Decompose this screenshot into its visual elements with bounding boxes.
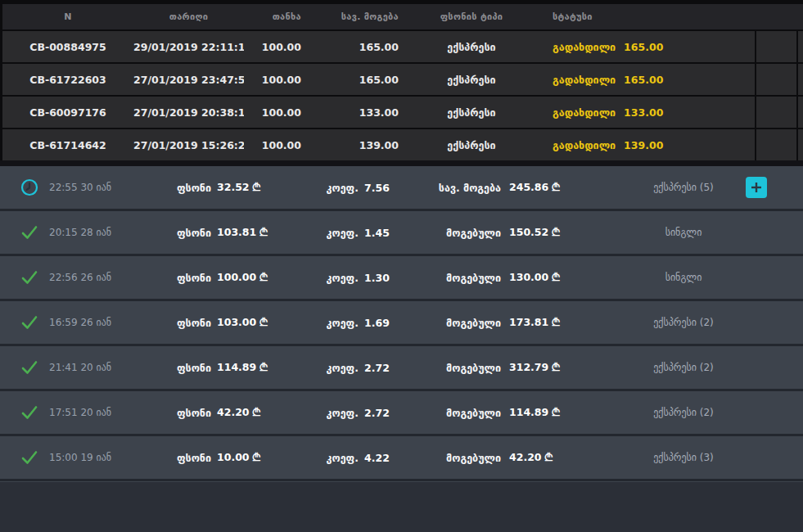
- bet-type-label: ექსპრესი (2): [618, 407, 749, 418]
- result-label: მოგებული: [385, 227, 501, 239]
- bet-date: 29/01/2019 22:11:11: [133, 41, 244, 53]
- stake-value: 100.00₾: [217, 271, 268, 284]
- stake-value: 114.89₾: [217, 361, 268, 374]
- lari-symbol: ₾: [259, 361, 268, 373]
- status-label: გადახდილი: [553, 41, 616, 53]
- bet-type: ექსპრესი: [410, 106, 533, 119]
- pending-clock-icon: [20, 178, 39, 197]
- bet-time: 20:15 28 იან: [49, 227, 111, 238]
- stake-amount: 10.00: [217, 451, 250, 463]
- bet-est-win: 165.00: [311, 41, 410, 53]
- lari-symbol: ₾: [552, 181, 560, 193]
- bet-time: 15:00 19 იან: [49, 452, 111, 463]
- result-value: 114.89₾: [509, 406, 560, 419]
- table-row[interactable]: CB-61722603 27/01/2019 23:47:50 100.00 1…: [2, 64, 803, 95]
- won-check-icon: [20, 358, 39, 377]
- stake-amount: 103.81: [217, 226, 256, 238]
- bet-list-item[interactable]: 15:00 19 იან ფსონი 10.00₾ კოეფ. 4.22 მოგ…: [0, 436, 803, 481]
- stake-value: 42.20₾: [217, 406, 260, 419]
- result-amount: 42.20: [509, 451, 542, 463]
- lari-symbol: ₾: [253, 451, 261, 463]
- stake-label: ფსონი: [123, 317, 211, 329]
- bet-list-item[interactable]: 16:59 26 იან ფსონი 103.00₾ კოეფ. 1.69 მო…: [0, 301, 803, 346]
- bet-list-item[interactable]: 21:41 20 იან ფსონი 114.89₾ კოეფ. 2.72 მო…: [0, 346, 803, 391]
- stake-amount: 103.00: [217, 316, 256, 328]
- bet-date: 27/01/2019 23:47:50: [133, 74, 244, 86]
- bet-list-item[interactable]: 22:56 26 იან ფსონი 100.00₾ კოეფ. 1.30 მო…: [0, 256, 803, 301]
- bet-id: CB-60097176: [2, 106, 133, 119]
- bet-time: 22:56 26 იან: [49, 272, 111, 283]
- table-row[interactable]: CB-60097176 27/01/2019 20:38:15 100.00 1…: [2, 97, 803, 128]
- bet-est-win: 139.00: [311, 139, 410, 151]
- won-check-icon: [20, 448, 39, 467]
- status-label: გადახდილი: [553, 106, 616, 119]
- bet-date: 27/01/2019 20:38:15: [133, 106, 244, 119]
- table-row[interactable]: CB-00884975 29/01/2019 22:11:11 100.00 1…: [2, 31, 803, 62]
- stake-label: ფსონი: [123, 362, 211, 374]
- column-header-bet-type: ფსონის ტიპი: [410, 11, 533, 22]
- status-label: გადახდილი: [553, 74, 616, 86]
- coefficient-label: კოეფ.: [286, 272, 359, 284]
- result-value: 150.52₾: [509, 226, 560, 239]
- row-extra-cell-2: [796, 129, 803, 160]
- won-check-icon: [20, 223, 39, 242]
- bet-type-label: ექსპრესი (2): [618, 317, 749, 328]
- lari-symbol: ₾: [259, 226, 268, 238]
- bet-amount: 100.00: [244, 74, 311, 86]
- section-divider: [0, 160, 803, 166]
- bet-id: CB-00884975: [2, 41, 133, 53]
- bet-type: ექსპრესი: [410, 139, 533, 151]
- table-row[interactable]: CB-61714642 27/01/2019 15:26:26 100.00 1…: [2, 129, 803, 160]
- stake-amount: 100.00: [217, 271, 256, 283]
- bet-date: 27/01/2019 15:26:26: [133, 139, 244, 151]
- coefficient-label: კოეფ.: [286, 362, 359, 374]
- stake-amount: 114.89: [217, 361, 256, 373]
- result-value: 245.86₾: [509, 181, 560, 194]
- result-value: 130.00₾: [509, 271, 560, 284]
- bet-time: 22:55 30 იან: [49, 182, 111, 193]
- bet-type-label: სინგლი: [618, 227, 749, 238]
- plus-icon: [751, 182, 762, 193]
- result-amount: 114.89: [509, 406, 548, 418]
- result-label: მოგებული: [385, 272, 501, 284]
- stake-label: ფსონი: [123, 182, 211, 194]
- bet-amount: 100.00: [244, 41, 311, 53]
- bet-type: ექსპრესი: [410, 74, 533, 86]
- result-amount: 245.86: [509, 181, 548, 193]
- bet-type-label: ექსპრესი (2): [618, 362, 749, 373]
- stake-label: ფსონი: [123, 227, 211, 239]
- expand-bet-button[interactable]: [746, 177, 767, 198]
- lari-symbol: ₾: [259, 271, 268, 283]
- bet-list-item[interactable]: 22:55 30 იან ფსონი 32.52₾ კოეფ. 7.56 სავ…: [0, 166, 803, 211]
- bet-time: 16:59 26 იან: [49, 317, 111, 328]
- status-amount: 165.00: [624, 41, 663, 53]
- result-value: 312.79₾: [509, 361, 560, 374]
- lari-symbol: ₾: [552, 406, 560, 418]
- lari-symbol: ₾: [552, 226, 560, 238]
- coefficient-label: კოეფ.: [286, 317, 359, 329]
- column-header-id: N: [2, 11, 133, 22]
- bet-status: გადახდილი165.00: [533, 74, 755, 86]
- bet-list-item[interactable]: 20:15 28 იან ფსონი 103.81₾ კოეფ. 1.45 მო…: [0, 211, 803, 256]
- bet-status: გადახდილი165.00: [533, 41, 755, 53]
- won-check-icon: [20, 313, 39, 332]
- status-amount: 165.00: [624, 74, 663, 86]
- row-extra-cell-2: [796, 31, 803, 62]
- bet-list-item[interactable]: 17:51 20 იან ფსონი 42.20₾ კოეფ. 2.72 მოგ…: [0, 391, 803, 436]
- lari-symbol: ₾: [259, 316, 268, 328]
- row-extra-cell: [755, 129, 796, 160]
- stake-value: 103.81₾: [217, 226, 268, 239]
- bet-status: გადახდილი139.00: [533, 139, 755, 151]
- stake-amount: 42.20: [217, 406, 250, 418]
- status-amount: 133.00: [624, 106, 663, 119]
- bets-list: 22:55 30 იან ფსონი 32.52₾ კოეფ. 7.56 სავ…: [0, 166, 803, 481]
- result-value: 173.81₾: [509, 316, 560, 329]
- result-amount: 130.00: [509, 271, 548, 283]
- bet-history-table: N თარიღი თანხა სავ. მოგება ფსონის ტიპი ს…: [0, 0, 803, 160]
- lari-symbol: ₾: [545, 451, 553, 463]
- bet-time: 21:41 20 იან: [49, 362, 111, 373]
- result-amount: 312.79: [509, 361, 548, 373]
- row-extra-cell-2: [796, 64, 803, 95]
- stake-label: ფსონი: [123, 407, 211, 419]
- bet-type-label: ექსპრესი (3): [618, 452, 749, 463]
